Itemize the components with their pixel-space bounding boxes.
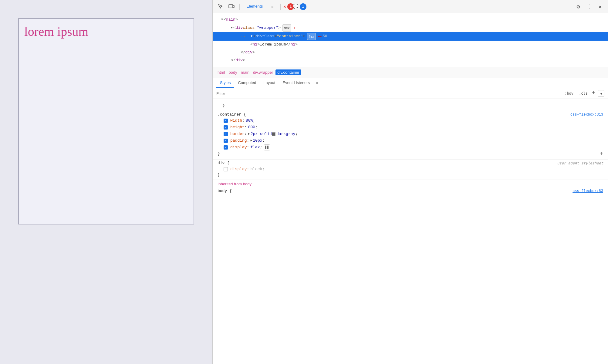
prop-checkbox-width[interactable] — [224, 119, 228, 123]
toggle-sidebar-icon[interactable]: ◀ — [598, 90, 604, 97]
inspect-element-icon[interactable] — [216, 2, 225, 11]
prop-checkbox-padding[interactable] — [224, 139, 228, 143]
toolbar-separator-2 — [280, 4, 281, 10]
breadcrumb-html[interactable]: html — [216, 69, 226, 75]
breadcrumb-wrapper[interactable]: div.wrapper — [252, 69, 274, 75]
tree-wrapper-close[interactable]: </div> — [213, 56, 608, 64]
lorem-ipsum-text: lorem ipsum — [24, 24, 88, 39]
styles-content: } .container { css-flexbox:313 width: 80… — [213, 99, 608, 364]
more-style-tabs-icon[interactable]: » — [315, 78, 319, 88]
div-rule-source: user agent stylesheet — [557, 161, 603, 165]
flex-layout-icon[interactable] — [264, 144, 270, 150]
div-selector[interactable]: div { — [218, 161, 229, 165]
prop-row-border: border: ▶ 2px solid darkgray; — [218, 131, 603, 137]
toolbar-separator-1 — [239, 4, 240, 10]
breadcrumb-main[interactable]: main — [240, 69, 251, 75]
container-css-rule: .container { css-flexbox:313 width: 80%;… — [213, 111, 608, 160]
prop-row-width: width: 80%; — [218, 117, 603, 124]
tree-container-tag[interactable]: ··· ▼ <div class="container"> flex ← $0 — [213, 32, 608, 41]
triangle-wrapper: ▼ — [231, 25, 233, 31]
tree-wrapper-tag[interactable]: ▼ <div class="wrapper"> flex ← — [213, 24, 608, 32]
cls-filter-btn[interactable]: .cls — [577, 91, 589, 96]
svg-rect-3 — [265, 146, 266, 149]
container-arrow: ← — [318, 33, 322, 40]
page-preview-box: lorem ipsum — [18, 18, 194, 224]
add-style-rule-btn[interactable]: + — [592, 90, 595, 96]
more-tabs-icon[interactable]: » — [268, 2, 277, 11]
add-rule-btn[interactable]: + — [600, 151, 603, 157]
tab-styles[interactable]: Styles — [216, 78, 234, 88]
breadcrumb-container[interactable]: div.container — [275, 69, 301, 75]
wrapper-arrow: ← — [294, 25, 297, 31]
body-partial-rule: body { css-flexbox:83 — [213, 187, 608, 196]
prop-checkbox-display[interactable] — [224, 145, 228, 150]
inherited-element-link[interactable]: body — [243, 182, 252, 186]
tab-layout[interactable]: Layout — [260, 78, 279, 88]
browser-viewport: lorem ipsum — [0, 0, 212, 364]
more-options-icon[interactable]: ⋮ — [585, 2, 593, 11]
close-devtools-icon[interactable]: ✕ — [596, 2, 604, 11]
padding-expand-icon[interactable]: ▶ — [250, 138, 252, 144]
svg-rect-5 — [268, 146, 269, 149]
hov-filter-btn[interactable]: :hov — [563, 91, 575, 96]
body-rule-source[interactable]: css-flexbox:83 — [573, 189, 603, 193]
container-flex-badge[interactable]: flex — [307, 33, 316, 40]
border-expand-icon[interactable]: ▶ — [248, 131, 250, 137]
div-useragent-rule: div { user agent stylesheet display: blo… — [213, 160, 608, 180]
console-count-badge: 1 — [300, 3, 306, 10]
partial-brace: } — [218, 103, 603, 108]
wrapper-flex-badge[interactable]: flex — [282, 24, 291, 32]
svg-rect-4 — [267, 146, 268, 149]
html-tree: ▼ <main> ▼ <div class="wrapper"> flex ← … — [213, 13, 608, 67]
errors-badge-btn[interactable]: ✕ 1 — [284, 2, 293, 11]
styles-tabs-bar: Styles Computed Layout Event Listeners » — [213, 78, 608, 88]
inherited-from-label: Inherited from body — [213, 180, 608, 187]
triangle-main: ▼ — [221, 16, 223, 23]
elements-tab[interactable]: Elements — [243, 3, 266, 10]
prop-checkbox-height[interactable] — [224, 125, 228, 130]
prop-row-display-block: display: block; — [218, 166, 603, 173]
prop-checkbox-border[interactable] — [224, 132, 228, 136]
container-selector[interactable]: .container { — [218, 112, 246, 117]
partial-rule-above: } — [213, 101, 608, 111]
devtools-panel: Elements » ✕ 1 💬 1 ⚙ ⋮ ✕ ▼ <main> ▼ <div… — [212, 0, 608, 364]
dots-icon: ··· — [241, 33, 248, 40]
console-messages-btn[interactable]: 💬 1 — [295, 2, 304, 11]
prop-row-padding: padding: ▶ 10px; — [218, 137, 603, 144]
svg-rect-1 — [233, 5, 234, 8]
devtools-toolbar: Elements » ✕ 1 💬 1 ⚙ ⋮ ✕ — [213, 0, 608, 13]
device-emulation-icon[interactable] — [227, 2, 236, 11]
breadcrumb-bar: html body main div.wrapper div.container — [213, 67, 608, 78]
settings-icon[interactable]: ⚙ — [574, 2, 583, 11]
triangle-container: ▼ — [251, 33, 252, 40]
filter-bar: :hov .cls + ◀ — [213, 88, 608, 99]
breadcrumb-body[interactable]: body — [228, 69, 238, 75]
svg-rect-0 — [229, 5, 233, 8]
tab-computed[interactable]: Computed — [234, 78, 260, 88]
tree-h1-tag[interactable]: <h1>lorem ipsum</h1> — [213, 41, 608, 49]
prop-row-height: height: 80%; — [218, 124, 603, 131]
dollar0-badge: $0 — [323, 33, 327, 40]
body-selector[interactable]: body { — [218, 189, 232, 193]
tree-main-tag[interactable]: ▼ <main> — [213, 16, 608, 24]
tab-event-listeners[interactable]: Event Listeners — [279, 78, 313, 88]
tree-container-close[interactable]: </div> — [213, 49, 608, 56]
filter-input[interactable] — [216, 91, 561, 96]
prop-row-display: display: flex; — [218, 144, 603, 151]
prop-checkbox-display-block[interactable] — [224, 167, 228, 171]
darkgray-color-swatch[interactable] — [272, 132, 275, 136]
container-rule-source[interactable]: css-flexbox:313 — [570, 113, 603, 117]
